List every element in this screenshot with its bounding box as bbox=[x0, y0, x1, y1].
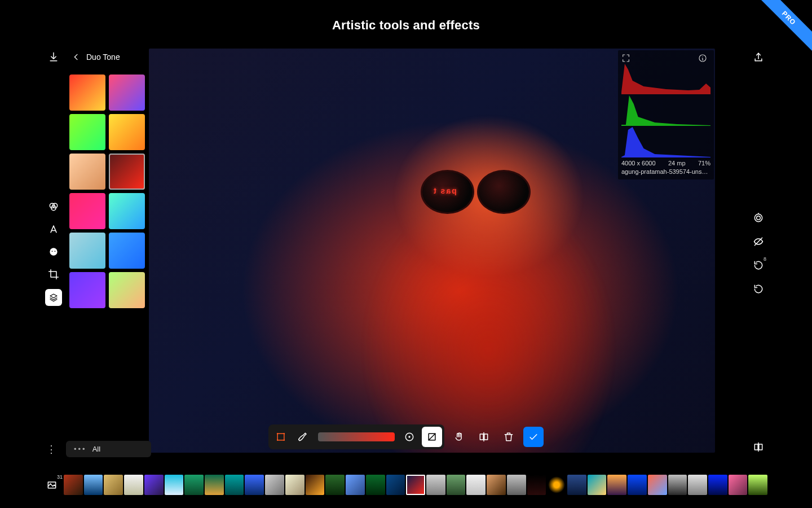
filmstrip-thumb[interactable] bbox=[688, 475, 707, 495]
filmstrip-thumb[interactable] bbox=[406, 475, 425, 495]
compare-split-button[interactable] bbox=[474, 427, 494, 447]
preset-swatch-sand[interactable] bbox=[69, 154, 105, 190]
svg-point-8 bbox=[757, 216, 761, 220]
filter-all-label: All bbox=[92, 445, 100, 453]
filmstrip-thumb[interactable] bbox=[165, 475, 184, 495]
adjust-cluster bbox=[268, 424, 444, 449]
compare-button[interactable] bbox=[753, 441, 764, 453]
pan-button[interactable] bbox=[449, 427, 469, 447]
filmstrip-thumb[interactable] bbox=[265, 475, 284, 495]
photo-subject bbox=[319, 81, 658, 453]
filmstrip-thumb[interactable] bbox=[84, 475, 103, 495]
editor-frame: pas t 1 bbox=[45, 49, 767, 453]
filmstrip-thumb[interactable] bbox=[225, 475, 244, 495]
filmstrip-thumb[interactable] bbox=[184, 475, 204, 495]
download-icon[interactable] bbox=[48, 51, 59, 63]
fit-screen-icon[interactable] bbox=[621, 54, 630, 63]
filmstrip-thumb[interactable] bbox=[507, 475, 526, 495]
svg-point-4 bbox=[52, 251, 53, 252]
preset-swatch-hotpink[interactable] bbox=[69, 193, 105, 229]
face-icon[interactable] bbox=[48, 246, 59, 257]
filmstrip-thumb[interactable] bbox=[607, 475, 626, 495]
library-button[interactable]: 31 bbox=[45, 476, 59, 493]
share-icon[interactable] bbox=[753, 51, 764, 63]
svg-rect-17 bbox=[480, 434, 483, 440]
preset-swatch-ocean[interactable] bbox=[109, 233, 145, 269]
preset-swatch-lime[interactable] bbox=[69, 114, 105, 150]
filmstrip-thumb[interactable] bbox=[466, 475, 486, 495]
layers-icon bbox=[49, 293, 58, 302]
filters-icon[interactable] bbox=[48, 201, 59, 212]
filmstrip-thumb[interactable] bbox=[648, 475, 667, 495]
info-icon[interactable] bbox=[698, 54, 707, 63]
filmstrip-thumb[interactable] bbox=[205, 475, 224, 495]
filmstrip-thumb[interactable] bbox=[567, 475, 586, 495]
filmstrip-thumb[interactable] bbox=[64, 475, 83, 495]
filmstrip-thumb[interactable] bbox=[325, 475, 345, 495]
preset-swatch-mango[interactable] bbox=[109, 114, 145, 150]
svg-rect-19 bbox=[754, 444, 758, 450]
target-icon[interactable] bbox=[753, 212, 764, 224]
svg-point-22 bbox=[50, 483, 51, 484]
preset-swatch-mint[interactable] bbox=[109, 193, 145, 229]
back-icon[interactable] bbox=[72, 52, 81, 62]
filmstrip-thumb[interactable] bbox=[708, 475, 727, 495]
preset-swatch-spring[interactable] bbox=[109, 272, 145, 308]
delete-button[interactable] bbox=[498, 427, 519, 447]
filmstrip-thumb[interactable] bbox=[588, 475, 607, 495]
filter-all-chip[interactable]: ••• All bbox=[66, 441, 151, 457]
filmstrip-thumb[interactable] bbox=[124, 475, 143, 495]
visibility-off-icon[interactable] bbox=[753, 236, 764, 247]
blend-button[interactable] bbox=[399, 427, 420, 447]
preset-grid bbox=[69, 75, 152, 308]
more-button[interactable]: ⋮ bbox=[45, 443, 58, 456]
image-filename: agung-pratamah-539574-unspla… bbox=[621, 168, 710, 175]
selection-button[interactable] bbox=[271, 427, 291, 447]
intensity-slider[interactable] bbox=[318, 432, 395, 441]
preset-swatch-duotone-red[interactable] bbox=[109, 154, 145, 190]
filmstrip-thumb[interactable] bbox=[104, 475, 123, 495]
filmstrip-thumb[interactable] bbox=[547, 475, 566, 495]
filmstrip-thumb[interactable] bbox=[729, 475, 748, 495]
filmstrip-thumb[interactable] bbox=[426, 475, 445, 495]
filmstrip-thumb[interactable] bbox=[245, 475, 264, 495]
undo-icon[interactable] bbox=[753, 283, 764, 295]
preset-swatch-violet[interactable] bbox=[69, 272, 105, 308]
filmstrip-thumb[interactable] bbox=[628, 475, 647, 495]
confirm-button[interactable] bbox=[523, 427, 544, 447]
filmstrip-thumb[interactable] bbox=[144, 475, 164, 495]
filmstrip-thumb[interactable] bbox=[748, 475, 767, 495]
layers-count: 1 bbox=[61, 287, 63, 292]
undo-history-icon[interactable]: 8 bbox=[753, 260, 764, 271]
filmstrip-thumb[interactable] bbox=[447, 475, 466, 495]
text-icon[interactable] bbox=[48, 224, 59, 235]
histogram-blue bbox=[621, 127, 710, 157]
left-rail: 1 bbox=[45, 49, 63, 306]
filmstrip-thumb[interactable] bbox=[386, 475, 405, 495]
undo-count: 8 bbox=[764, 256, 766, 262]
filmstrip-thumb[interactable] bbox=[668, 475, 687, 495]
svg-rect-18 bbox=[484, 434, 488, 440]
crop-icon[interactable] bbox=[48, 269, 59, 280]
invert-button[interactable] bbox=[422, 427, 442, 447]
svg-point-10 bbox=[277, 433, 279, 435]
layers-button[interactable]: 1 bbox=[45, 289, 62, 306]
svg-rect-20 bbox=[759, 444, 762, 450]
brush-button[interactable] bbox=[293, 427, 314, 447]
image-zoom: 71% bbox=[698, 160, 710, 167]
filmstrip-thumb[interactable] bbox=[346, 475, 365, 495]
filmstrip-thumb[interactable] bbox=[527, 475, 546, 495]
image-megapixels: 24 mp bbox=[668, 160, 686, 167]
canvas-toolbar bbox=[268, 424, 544, 449]
preset-swatch-twilight[interactable] bbox=[109, 75, 145, 111]
filmstrip-thumb[interactable] bbox=[487, 475, 506, 495]
filmstrip-thumb[interactable] bbox=[285, 475, 304, 495]
preset-swatch-sunset[interactable] bbox=[69, 75, 105, 111]
preset-swatch-sky[interactable] bbox=[69, 233, 105, 269]
panel-title: Duo Tone bbox=[86, 52, 120, 62]
filmstrip-thumb[interactable] bbox=[366, 475, 385, 495]
filmstrip-thumb[interactable] bbox=[306, 475, 325, 495]
svg-point-13 bbox=[284, 440, 285, 441]
ellipsis-icon: ••• bbox=[74, 445, 87, 453]
svg-point-3 bbox=[50, 248, 57, 255]
